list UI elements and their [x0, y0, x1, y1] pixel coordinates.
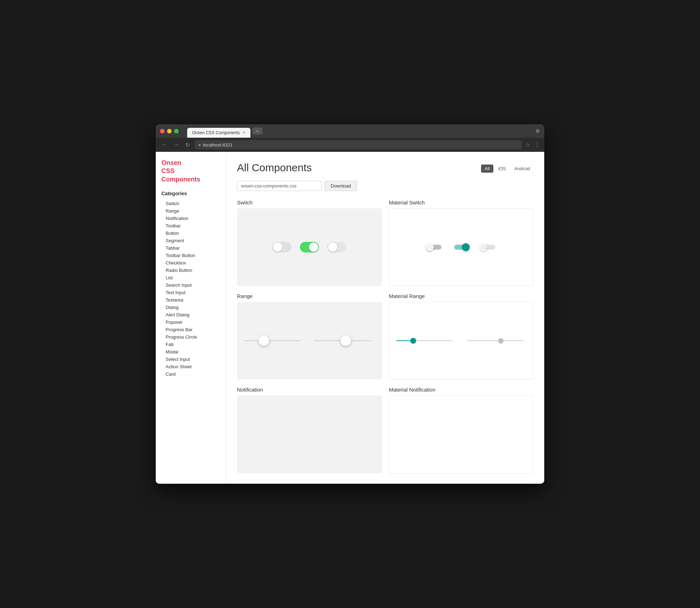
sidebar-item-select-input[interactable]: Select Input: [161, 356, 220, 363]
range-2[interactable]: [315, 335, 371, 346]
switch-preview: [237, 208, 382, 286]
page-title: All Components: [237, 162, 312, 174]
sidebar-item-search-input[interactable]: Search Input: [161, 281, 220, 289]
sidebar-item-checkbox[interactable]: Checkbox: [161, 259, 220, 267]
bookmark-icon[interactable]: ☆: [525, 142, 530, 148]
categories-label: Categories: [161, 191, 220, 196]
page-content: Onsen CSS Components Categories Switch R…: [156, 152, 544, 484]
traffic-lights: [160, 129, 179, 133]
new-tab-button[interactable]: +: [253, 127, 262, 135]
address-bar-actions: ☆ ⋮: [525, 142, 540, 148]
sidebar-item-alert-dialog[interactable]: Alert Dialog: [161, 311, 220, 318]
sidebar-item-progress-circle[interactable]: Progress Circle: [161, 333, 220, 341]
lock-icon: ●: [198, 143, 201, 147]
sidebar: Onsen CSS Components Categories Switch R…: [156, 152, 226, 484]
platform-tab-android[interactable]: Android: [511, 165, 534, 173]
material-switch-disabled: [480, 243, 497, 251]
material-range-section: Material Range: [389, 293, 534, 380]
range-section: Range: [237, 293, 382, 380]
sidebar-item-tabbar[interactable]: Tabbar: [161, 244, 220, 252]
material-switch-off[interactable]: [426, 243, 443, 251]
material-switch-row: [426, 243, 497, 251]
material-range-preview: [389, 302, 534, 380]
switch-thumb-off: [273, 243, 282, 252]
main-content: All Components All iOS Android Download …: [226, 152, 544, 484]
notification-content: [244, 403, 375, 466]
browser-window: Onsen CSS Components ✕ + ⚙ ← → ↻ ● local…: [156, 124, 544, 484]
material-notification-section: Material Notification: [389, 387, 534, 474]
notification-section: Notification: [237, 387, 382, 474]
sidebar-item-fab[interactable]: Fab: [161, 341, 220, 348]
material-thumb-disabled: [480, 243, 487, 251]
sidebar-item-action-sheet[interactable]: Action Sheet: [161, 363, 220, 370]
download-section: Download: [237, 181, 534, 191]
more-icon[interactable]: ⋮: [534, 142, 540, 148]
material-range-2[interactable]: [467, 337, 523, 344]
sidebar-item-textarea[interactable]: Textarea: [161, 296, 220, 304]
range-thumb-2[interactable]: [340, 335, 351, 346]
material-thumb-on: [462, 243, 470, 251]
material-range-1[interactable]: [396, 337, 453, 344]
material-range-track-2: [467, 340, 523, 341]
material-range-thumb-1[interactable]: [410, 338, 416, 344]
material-switch-on[interactable]: [453, 243, 470, 251]
range-row: [244, 335, 375, 346]
switch-off[interactable]: [272, 242, 291, 252]
material-notification-content: [396, 403, 526, 466]
material-range-row: [396, 337, 526, 344]
browser-addressbar: ← → ↻ ● localhost:4321 ☆ ⋮: [156, 138, 544, 152]
sidebar-item-card[interactable]: Card: [161, 370, 220, 378]
switch-thumb-disabled: [328, 243, 337, 252]
platform-tab-ios[interactable]: iOS: [495, 165, 510, 173]
switch-section: Switch: [237, 199, 382, 286]
material-switch-title: Material Switch: [389, 199, 534, 205]
browser-menu-icon[interactable]: ⚙: [535, 128, 540, 134]
material-range-thumb-2[interactable]: [498, 338, 503, 343]
sidebar-item-switch[interactable]: Switch: [161, 200, 220, 207]
material-switch-section: Material Switch: [389, 199, 534, 286]
sidebar-item-text-input[interactable]: Text Input: [161, 289, 220, 296]
sidebar-item-notification[interactable]: Notification: [161, 215, 220, 222]
download-button[interactable]: Download: [325, 181, 357, 191]
sidebar-item-list[interactable]: List: [161, 274, 220, 281]
sidebar-item-button[interactable]: Button: [161, 230, 220, 237]
reload-button[interactable]: ↻: [184, 141, 191, 149]
close-button[interactable]: [160, 129, 165, 133]
notification-title: Notification: [237, 387, 382, 393]
tab-title: Onsen CSS Components: [192, 130, 240, 135]
sidebar-item-popover[interactable]: Popover: [161, 318, 220, 326]
css-filename-input[interactable]: [237, 181, 322, 191]
sidebar-item-segment[interactable]: Segment: [161, 237, 220, 244]
switch-on[interactable]: [300, 242, 319, 252]
address-bar[interactable]: ● localhost:4321: [195, 140, 522, 149]
browser-titlebar: Onsen CSS Components ✕ + ⚙: [156, 124, 544, 138]
material-range-title: Material Range: [389, 293, 534, 299]
range-1[interactable]: [244, 335, 301, 346]
material-switch-preview: [389, 208, 534, 286]
range-title: Range: [237, 293, 382, 299]
maximize-button[interactable]: [174, 129, 179, 133]
material-thumb-off: [426, 243, 434, 251]
minimize-button[interactable]: [167, 129, 172, 133]
sidebar-item-range[interactable]: Range: [161, 207, 220, 215]
sidebar-logo: Onsen CSS Components: [161, 159, 220, 184]
sidebar-item-modal[interactable]: Modal: [161, 348, 220, 356]
sidebar-item-progress-bar[interactable]: Progress Bar: [161, 326, 220, 333]
platform-tab-all[interactable]: All: [481, 165, 493, 173]
notification-preview: [237, 395, 382, 473]
sidebar-item-toolbar-button[interactable]: Toolbar Button: [161, 252, 220, 259]
tab-bar: Onsen CSS Components ✕ +: [187, 124, 262, 138]
back-button[interactable]: ←: [160, 141, 168, 149]
material-notification-title: Material Notification: [389, 387, 534, 393]
sidebar-item-dialog[interactable]: Dialog: [161, 304, 220, 311]
browser-tab[interactable]: Onsen CSS Components ✕: [187, 128, 250, 138]
sidebar-item-radio-button[interactable]: Radio Button: [161, 267, 220, 274]
range-thumb-1[interactable]: [259, 335, 269, 346]
url-text: localhost:4321: [203, 142, 233, 148]
switch-disabled: [327, 242, 346, 252]
range-preview: [237, 302, 382, 380]
sidebar-item-toolbar[interactable]: Toolbar: [161, 222, 220, 230]
forward-button[interactable]: →: [172, 141, 180, 149]
main-header: All Components All iOS Android: [237, 162, 534, 174]
tab-close-icon[interactable]: ✕: [243, 131, 245, 135]
